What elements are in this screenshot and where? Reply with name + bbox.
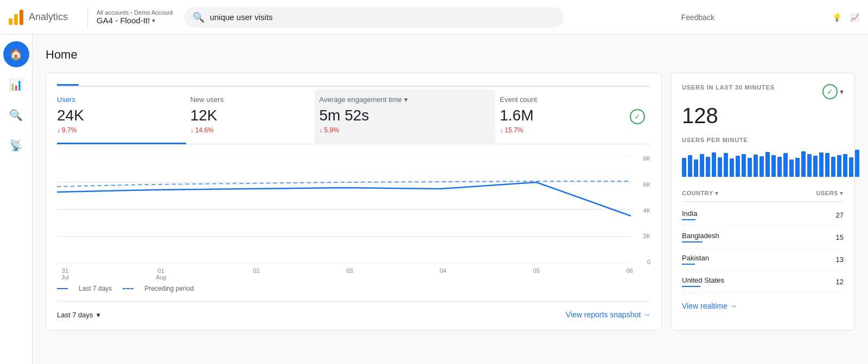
country-name: India — [682, 209, 697, 220]
date-range-selector[interactable]: Last 7 days ▾ — [57, 311, 100, 319]
metric-users[interactable]: Users 24K ↓ 9.7% — [57, 89, 186, 144]
country-table-body: India 27 Bangladesh 15 Pakistan 13 Unite… — [682, 204, 844, 293]
country-col-header[interactable]: COUNTRY ▾ — [682, 190, 718, 197]
logo[interactable]: Analytics — [9, 10, 68, 25]
y-label-0: 0 — [633, 259, 650, 265]
chart-svg — [57, 155, 631, 264]
country-row[interactable]: Pakistan 13 — [682, 248, 844, 271]
search-input[interactable] — [210, 12, 555, 22]
mini-bar — [771, 155, 776, 177]
sidebar: 🏠 📊 🔍 📡 — [0, 35, 33, 364]
mini-bar — [855, 150, 859, 177]
metric-engagement-change: ↓ 5.9% — [319, 126, 487, 134]
metric-engagement-value: 5m 52s — [319, 107, 487, 124]
y-label-4k: 4K — [633, 207, 650, 214]
chevron-down-icon: ▾ — [404, 95, 408, 104]
mini-bar — [736, 156, 740, 177]
app-header: Analytics All accounts › Demo Account GA… — [0, 0, 868, 35]
mini-bar — [700, 154, 704, 177]
mini-bar — [795, 158, 800, 177]
country-name: United States — [682, 276, 724, 287]
metric-events[interactable]: Event count 1.6M ↓ 15.7% — [495, 89, 624, 144]
country-bar — [682, 286, 700, 287]
mini-bar — [831, 157, 835, 177]
mini-bar — [813, 156, 818, 177]
mini-bar — [682, 158, 686, 177]
metric-engagement[interactable]: Average engagement time ▾ 5m 52s ↓ 5.9% — [315, 89, 495, 144]
y-axis-labels: 8K 6K 4K 2K 0 — [633, 155, 650, 265]
country-bar — [682, 241, 703, 242]
metric-new-users-label: New users — [190, 95, 307, 104]
mini-bar — [765, 152, 770, 177]
realtime-value: 128 — [682, 104, 844, 128]
x-label-05: 05 — [533, 267, 540, 280]
mini-bar — [789, 159, 794, 177]
realtime-check-icon[interactable]: ✓ — [822, 84, 838, 99]
metric-new-users-change: ↓ 14.6% — [190, 126, 307, 134]
view-reports-link[interactable]: View reports snapshot → — [566, 310, 650, 319]
account-name[interactable]: GA4 - Flood-It! ▾ — [97, 16, 173, 25]
x-label-02: 02 — [253, 267, 259, 280]
legend-last7days: Last 7 days — [79, 285, 112, 292]
country-row[interactable]: India 27 — [682, 204, 844, 226]
country-value: 12 — [836, 278, 844, 286]
chart-legend: Last 7 days Preceding period — [57, 285, 650, 292]
x-axis-labels: 31 Jul 01 Aug 02 03 04 05 — [57, 265, 650, 280]
metric-events-change: ↓ 15.7% — [500, 126, 616, 134]
mini-bar — [837, 155, 841, 177]
mini-bar — [760, 156, 764, 177]
chevron-down-icon: ▾ — [152, 17, 155, 24]
search-bar[interactable]: 🔍 — [184, 7, 564, 28]
mini-bar — [718, 157, 722, 177]
metric-events-label: Event count — [500, 95, 616, 104]
mini-bar — [825, 153, 829, 177]
bar-chart-icon: 📊 — [9, 78, 23, 91]
legend-preceding: Preceding period — [144, 285, 194, 292]
x-label-04: 04 — [440, 267, 446, 280]
page-title: Home — [46, 48, 855, 62]
sidebar-item-advertising[interactable]: 📡 — [3, 132, 29, 158]
y-label-8k: 8K — [633, 155, 650, 162]
mini-bar — [748, 158, 752, 177]
check-circle-icon[interactable]: ✓ — [630, 109, 645, 124]
header-divider — [87, 7, 88, 28]
metric-users-label: Users — [57, 95, 177, 104]
date-range-label: Last 7 days — [57, 311, 93, 319]
sidebar-item-explore[interactable]: 🔍 — [3, 102, 29, 128]
mini-bar — [742, 154, 746, 177]
feedback-link[interactable]: Feedback — [681, 13, 714, 22]
lightbulb-icon[interactable]: 💡 — [832, 13, 841, 22]
country-bar — [682, 219, 695, 220]
view-realtime-link[interactable]: View realtime → — [682, 302, 844, 310]
trend-icon[interactable]: 📈 — [850, 13, 859, 22]
home-icon: 🏠 — [9, 48, 23, 61]
arrow-down-icon: ↓ — [190, 126, 194, 134]
mini-bar — [688, 155, 692, 177]
metric-users-value: 24K — [57, 107, 177, 124]
country-row[interactable]: Bangladesh 15 — [682, 226, 844, 248]
y-label-6k: 6K — [633, 181, 650, 188]
sidebar-item-home[interactable]: 🏠 — [3, 41, 29, 67]
sidebar-item-reports[interactable]: 📊 — [3, 72, 29, 98]
mini-bar — [843, 154, 847, 177]
mini-bar — [849, 157, 853, 177]
metric-new-users[interactable]: New users 12K ↓ 14.6% — [186, 89, 315, 144]
account-info[interactable]: All accounts › Demo Account GA4 - Flood-… — [97, 9, 173, 25]
realtime-title: USERS IN LAST 30 MINUTES — [682, 84, 775, 91]
tab-bar — [57, 84, 650, 87]
mini-bar — [730, 158, 734, 177]
country-bar — [682, 264, 695, 265]
explore-icon: 🔍 — [9, 108, 23, 122]
users-col-header[interactable]: USERS ▾ — [816, 190, 844, 197]
realtime-card: USERS IN LAST 30 MINUTES ✓ ▾ 128 USERS P… — [671, 73, 855, 330]
chevron-down-icon[interactable]: ▾ — [840, 87, 844, 96]
country-name: Bangladesh — [682, 232, 719, 242]
metric-engagement-label: Average engagement time ▾ — [319, 95, 487, 104]
country-value: 27 — [836, 211, 844, 219]
realtime-footer: View realtime → — [682, 302, 844, 310]
mini-bar — [777, 157, 782, 177]
mini-bar — [706, 157, 710, 177]
country-row[interactable]: United States 12 — [682, 271, 844, 293]
mini-bar — [819, 152, 824, 177]
app-title: Analytics — [29, 11, 68, 23]
